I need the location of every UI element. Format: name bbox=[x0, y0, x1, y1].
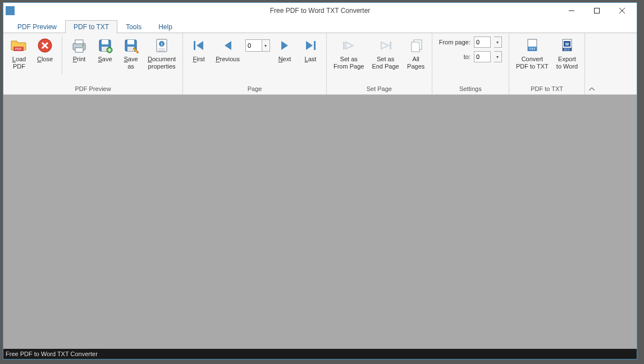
previous-page-button[interactable]: Previous bbox=[213, 35, 242, 64]
to-page-dropdown[interactable]: ▾ bbox=[494, 51, 502, 62]
document-properties-button[interactable]: i Documentproperties bbox=[145, 35, 178, 71]
svg-text:TXT: TXT bbox=[529, 47, 536, 51]
group-settings: From page: ▾ to: ▾ Settings bbox=[432, 33, 509, 94]
svg-text:PDF: PDF bbox=[15, 47, 22, 51]
status-text: Free PDF to Word TXT Converter bbox=[6, 351, 98, 357]
txt-file-icon: TXT bbox=[523, 37, 541, 54]
tab-help[interactable]: Help bbox=[150, 20, 181, 33]
from-page-dropdown[interactable]: ▾ bbox=[494, 37, 502, 48]
set-end-icon bbox=[377, 37, 395, 54]
to-page-row: to: ▾ bbox=[439, 51, 502, 62]
first-icon bbox=[190, 37, 208, 54]
window-controls bbox=[559, 3, 634, 19]
all-pages-button[interactable]: AllPages bbox=[405, 35, 427, 71]
set-from-icon bbox=[340, 37, 358, 54]
all-pages-icon bbox=[407, 37, 425, 54]
from-page-row: From page: ▾ bbox=[439, 37, 502, 48]
svg-rect-11 bbox=[75, 48, 83, 52]
titlebar: Free PDF to Word TXT Converter bbox=[3, 3, 637, 19]
to-page-input[interactable] bbox=[474, 51, 491, 62]
tab-tools[interactable]: Tools bbox=[117, 20, 150, 33]
all-pages-label: AllPages bbox=[407, 56, 424, 70]
print-button[interactable]: Print bbox=[68, 35, 90, 64]
chevron-up-icon bbox=[589, 88, 595, 91]
save-icon bbox=[96, 37, 114, 54]
from-page-input[interactable] bbox=[474, 37, 491, 48]
convert-to-txt-button[interactable]: TXT ConvertPDF to TXT bbox=[514, 35, 551, 71]
save-as-icon bbox=[122, 37, 140, 54]
export-to-word-button[interactable]: WDOC Exportto Word bbox=[554, 35, 580, 71]
folder-pdf-icon: PDF bbox=[10, 37, 28, 54]
export-word-label: Exportto Word bbox=[556, 56, 578, 70]
document-area bbox=[3, 95, 637, 349]
svg-rect-30 bbox=[412, 42, 419, 52]
next-page-button[interactable]: Next bbox=[273, 35, 296, 64]
page-number-input[interactable] bbox=[245, 39, 262, 52]
collapse-ribbon-button[interactable] bbox=[585, 33, 599, 94]
page-number-field: ▾ bbox=[245, 37, 270, 54]
app-icon bbox=[6, 6, 15, 15]
tab-pdf-to-txt[interactable]: PDF to TXT bbox=[65, 20, 117, 33]
close-pdf-button[interactable]: Close bbox=[34, 35, 56, 64]
save-button[interactable]: Save bbox=[94, 35, 116, 64]
tab-pdf-preview[interactable]: PDF Preview bbox=[9, 20, 65, 33]
statusbar: Free PDF to Word TXT Converter bbox=[3, 349, 637, 359]
window-title: Free PDF to Word TXT Converter bbox=[270, 7, 371, 15]
group-title-setpage: Set Page bbox=[331, 84, 427, 94]
svg-rect-25 bbox=[194, 41, 195, 50]
group-title-settings: Settings bbox=[437, 84, 504, 94]
from-page-label: From page: bbox=[439, 39, 471, 46]
group-page: First Previous ▾ Next Last bbox=[183, 33, 327, 94]
last-page-button[interactable]: Last bbox=[299, 35, 322, 64]
set-end-label: Set asEnd Page bbox=[372, 56, 399, 70]
close-x-icon bbox=[36, 37, 54, 54]
save-as-button[interactable]: Saveas bbox=[120, 35, 142, 71]
svg-text:W: W bbox=[565, 42, 569, 46]
convert-txt-label: ConvertPDF to TXT bbox=[516, 56, 549, 70]
group-set-page: Set asFrom Page Set asEnd Page AllPages … bbox=[327, 33, 432, 94]
minimize-button[interactable] bbox=[559, 3, 584, 19]
next-icon bbox=[276, 37, 294, 54]
svg-rect-28 bbox=[390, 42, 391, 49]
set-from-page-button[interactable]: Set asFrom Page bbox=[331, 35, 366, 71]
ribbon: PDF LoadPDF Close Print Save bbox=[3, 33, 637, 95]
svg-text:DOC: DOC bbox=[564, 48, 570, 51]
close-button[interactable] bbox=[609, 3, 634, 19]
divider bbox=[62, 35, 62, 75]
set-from-label: Set asFrom Page bbox=[334, 56, 364, 70]
svg-text:i: i bbox=[161, 42, 162, 47]
to-page-label: to: bbox=[464, 53, 471, 60]
svg-rect-27 bbox=[343, 42, 345, 49]
previous-icon bbox=[219, 37, 237, 54]
group-title-page: Page bbox=[188, 84, 322, 94]
ribbon-tabs: PDF Preview PDF to TXT Tools Help bbox=[3, 19, 637, 33]
svg-rect-10 bbox=[75, 40, 83, 44]
group-convert: TXT ConvertPDF to TXT WDOC Exportto Word… bbox=[509, 33, 585, 94]
group-pdf-preview: PDF LoadPDF Close Print Save bbox=[3, 33, 183, 94]
set-end-page-button[interactable]: Set asEnd Page bbox=[369, 35, 401, 71]
first-page-button[interactable]: First bbox=[188, 35, 210, 64]
svg-rect-14 bbox=[102, 40, 108, 44]
svg-rect-18 bbox=[127, 40, 134, 44]
last-icon bbox=[302, 37, 319, 54]
svg-point-12 bbox=[83, 45, 84, 47]
load-pdf-button[interactable]: PDF LoadPDF bbox=[8, 35, 30, 71]
word-file-icon: WDOC bbox=[558, 37, 576, 54]
group-title-preview: PDF Preview bbox=[8, 84, 178, 94]
svg-rect-1 bbox=[594, 8, 599, 13]
page-number-dropdown[interactable]: ▾ bbox=[262, 39, 270, 52]
app-window: Free PDF to Word TXT Converter PDF Previ… bbox=[3, 2, 637, 360]
printer-icon bbox=[70, 37, 88, 54]
svg-rect-26 bbox=[314, 41, 316, 50]
maximize-button[interactable] bbox=[584, 3, 609, 19]
group-title-convert: PDF to TXT bbox=[514, 84, 580, 94]
properties-icon: i bbox=[153, 37, 171, 54]
